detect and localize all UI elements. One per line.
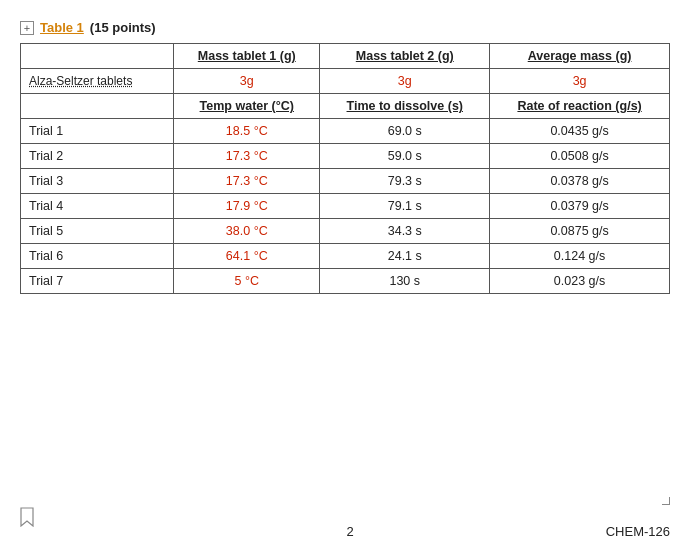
trial-row: Trial 317.3 °C79.3 s0.0378 g/s (21, 169, 670, 194)
trial-5-label: Trial 5 (21, 219, 174, 244)
trial-4-time: 79.1 s (320, 194, 490, 219)
trial-row: Trial 417.9 °C79.1 s0.0379 g/s (21, 194, 670, 219)
trial-4-temp: 17.9 °C (174, 194, 320, 219)
trial-7-label: Trial 7 (21, 269, 174, 294)
trial-1-temp: 18.5 °C (174, 119, 320, 144)
trial-2-time: 59.0 s (320, 144, 490, 169)
trial-7-time: 130 s (320, 269, 490, 294)
empty-top-left (21, 44, 174, 69)
tablets-label: Alza-Seltzer tablets (21, 69, 174, 94)
trial-4-label: Trial 4 (21, 194, 174, 219)
trial-2-label: Trial 2 (21, 144, 174, 169)
col-avg-header: Average mass (g) (490, 44, 670, 69)
trial-2-temp: 17.3 °C (174, 144, 320, 169)
trial-3-rate: 0.0378 g/s (490, 169, 670, 194)
trial-row: Trial 217.3 °C59.0 s0.0508 g/s (21, 144, 670, 169)
trial-6-label: Trial 6 (21, 244, 174, 269)
tablets-row: Alza-Seltzer tablets 3g 3g 3g (21, 69, 670, 94)
trial-4-rate: 0.0379 g/s (490, 194, 670, 219)
trial-7-temp: 5 °C (174, 269, 320, 294)
trial-3-time: 79.3 s (320, 169, 490, 194)
trial-1-rate: 0.0435 g/s (490, 119, 670, 144)
header-row-trial: Temp water (°C) Time to dissolve (s) Rat… (21, 94, 670, 119)
bookmark-icon (20, 507, 34, 527)
tablets-val3: 3g (490, 69, 670, 94)
empty-mid-left (21, 94, 174, 119)
trial-5-temp: 38.0 °C (174, 219, 320, 244)
table-title: Table 1 (40, 20, 84, 35)
col-mass2-header: Mass tablet 2 (g) (320, 44, 490, 69)
col-rate-header: Rate of reaction (g/s) (490, 94, 670, 119)
header-row-mass: Mass tablet 1 (g) Mass tablet 2 (g) Aver… (21, 44, 670, 69)
trial-row: Trial 538.0 °C34.3 s0.0875 g/s (21, 219, 670, 244)
trial-5-rate: 0.0875 g/s (490, 219, 670, 244)
tablets-val2: 3g (320, 69, 490, 94)
trial-1-time: 69.0 s (320, 119, 490, 144)
table-label-row: + Table 1 (15 points) (20, 20, 670, 35)
course-code: CHEM-126 (606, 524, 670, 539)
trial-5-time: 34.3 s (320, 219, 490, 244)
trial-6-time: 24.1 s (320, 244, 490, 269)
trial-row: Trial 664.1 °C24.1 s0.124 g/s (21, 244, 670, 269)
trial-row: Trial 118.5 °C69.0 s0.0435 g/s (21, 119, 670, 144)
trial-row: Trial 75 °C130 s0.023 g/s (21, 269, 670, 294)
col-mass1-header: Mass tablet 1 (g) (174, 44, 320, 69)
trial-1-label: Trial 1 (21, 119, 174, 144)
table-points: (15 points) (90, 20, 156, 35)
trial-7-rate: 0.023 g/s (490, 269, 670, 294)
col-temp-header: Temp water (°C) (174, 94, 320, 119)
trial-6-rate: 0.124 g/s (490, 244, 670, 269)
col-time-header: Time to dissolve (s) (320, 94, 490, 119)
trial-3-label: Trial 3 (21, 169, 174, 194)
trial-3-temp: 17.3 °C (174, 169, 320, 194)
page-container: + Table 1 (15 points) Mass tablet 1 (g) … (0, 0, 700, 557)
page-number: 2 (346, 524, 353, 539)
corner-mark (662, 497, 670, 505)
expand-icon[interactable]: + (20, 21, 34, 35)
trial-2-rate: 0.0508 g/s (490, 144, 670, 169)
tablets-val1: 3g (174, 69, 320, 94)
main-table: Mass tablet 1 (g) Mass tablet 2 (g) Aver… (20, 43, 670, 294)
trial-6-temp: 64.1 °C (174, 244, 320, 269)
